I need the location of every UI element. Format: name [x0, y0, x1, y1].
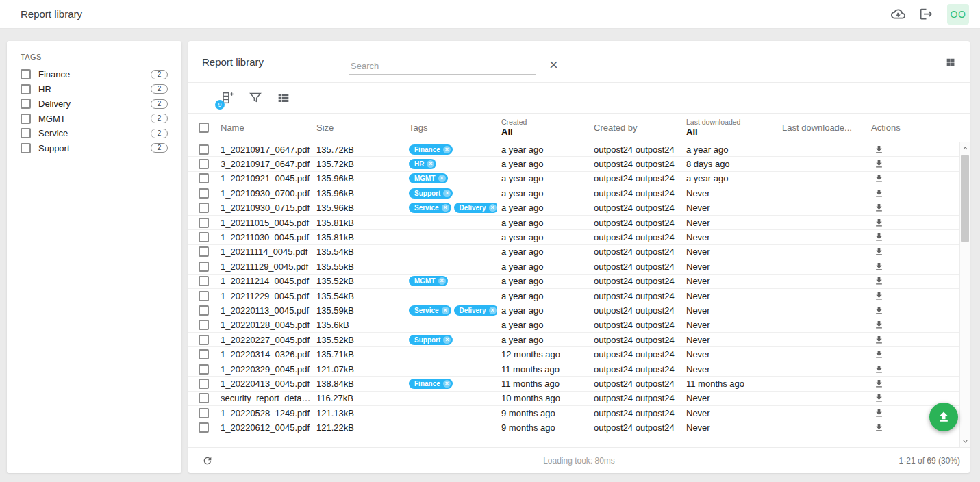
col-filter-created[interactable]: All [501, 127, 589, 138]
tag-checkbox[interactable] [21, 69, 31, 79]
sidebar-tag-item[interactable]: MGMT 2 [21, 112, 168, 127]
download-icon[interactable] [874, 349, 884, 359]
tag-remove-icon[interactable]: × [442, 204, 449, 212]
tag-remove-icon[interactable]: × [443, 190, 451, 197]
scrollbar-thumb[interactable] [961, 155, 969, 242]
row-checkbox[interactable] [199, 364, 209, 375]
tag-checkbox[interactable] [21, 99, 31, 109]
download-icon[interactable] [874, 188, 884, 199]
col-header-created-by[interactable]: Created by [589, 123, 681, 133]
vertical-scrollbar[interactable] [959, 142, 970, 447]
download-icon[interactable] [874, 232, 884, 242]
download-icon[interactable] [874, 159, 884, 169]
col-header-tags[interactable]: Tags [404, 123, 497, 133]
file-tag-pill[interactable]: Delivery× [454, 305, 497, 316]
col-header-name[interactable]: Name [216, 123, 312, 133]
tag-checkbox[interactable] [21, 128, 31, 138]
tag-remove-icon[interactable]: × [443, 336, 451, 344]
sidebar-tag-item[interactable]: Finance 2 [21, 67, 168, 82]
row-checkbox[interactable] [199, 262, 209, 272]
sidebar-tag-item[interactable]: Service 2 [21, 126, 168, 141]
tag-remove-icon[interactable]: × [442, 307, 449, 314]
col-header-last-downloaded[interactable]: Last downloaded All [681, 118, 777, 138]
download-icon[interactable] [874, 408, 884, 418]
row-checkbox[interactable] [199, 408, 209, 418]
tag-remove-icon[interactable]: × [443, 146, 451, 153]
download-icon[interactable] [874, 291, 884, 301]
file-tag-pill[interactable]: Support× [409, 335, 453, 345]
tag-checkbox[interactable] [21, 84, 31, 94]
row-checkbox[interactable] [199, 349, 209, 359]
download-icon[interactable] [874, 364, 884, 375]
col-header-size[interactable]: Size [312, 123, 404, 133]
filter-icon[interactable] [248, 90, 263, 105]
col-filter-last-downloaded[interactable]: All [686, 127, 777, 138]
tag-remove-icon[interactable]: × [438, 277, 446, 285]
tag-remove-icon[interactable]: × [427, 160, 434, 168]
download-icon[interactable] [874, 422, 884, 433]
select-all-checkbox[interactable] [199, 123, 209, 133]
row-checkbox[interactable] [199, 320, 209, 330]
download-icon[interactable] [874, 379, 884, 389]
row-checkbox[interactable] [199, 393, 209, 403]
file-size: 135.81kB [312, 218, 404, 228]
download-icon[interactable] [874, 335, 884, 345]
file-tag-pill[interactable]: MGMT× [409, 173, 448, 183]
file-tag-pill[interactable]: Service× [409, 203, 451, 213]
download-icon[interactable] [874, 393, 884, 403]
row-checkbox[interactable] [199, 335, 209, 345]
refresh-icon[interactable] [202, 455, 213, 466]
tag-checkbox[interactable] [21, 114, 31, 124]
file-tag-pill[interactable]: Support× [409, 188, 453, 199]
file-tag-pill[interactable]: Service× [409, 305, 451, 316]
download-icon[interactable] [874, 218, 884, 228]
row-checkbox[interactable] [199, 379, 209, 389]
col-header-last-downloaded-2[interactable]: Last downloade... [777, 123, 866, 133]
tag-checkbox[interactable] [21, 143, 31, 153]
download-icon[interactable] [874, 262, 884, 272]
upload-fab[interactable] [929, 403, 958, 431]
columns-icon[interactable]: 9 [220, 90, 235, 105]
row-checkbox[interactable] [199, 246, 209, 257]
row-checkbox[interactable] [199, 203, 209, 213]
row-checkbox[interactable] [199, 188, 209, 199]
row-checkbox[interactable] [199, 144, 209, 155]
col-header-created[interactable]: Created All [497, 118, 589, 138]
row-checkbox[interactable] [199, 232, 209, 242]
file-tag-pill[interactable]: Delivery× [454, 203, 497, 213]
download-icon[interactable] [874, 173, 884, 183]
row-checkbox[interactable] [199, 422, 209, 433]
download-icon[interactable] [874, 305, 884, 316]
download-icon[interactable] [874, 203, 884, 213]
file-tag-pill[interactable]: MGMT× [409, 276, 448, 286]
search-input[interactable] [349, 58, 536, 75]
scroll-up-icon[interactable] [960, 144, 970, 153]
file-tag-pill[interactable]: Finance× [409, 379, 453, 389]
sidebar-tag-item[interactable]: HR 2 [21, 82, 168, 97]
row-checkbox[interactable] [199, 218, 209, 228]
download-icon[interactable] [874, 276, 884, 286]
row-checkbox[interactable] [199, 305, 209, 316]
tag-remove-icon[interactable]: × [443, 380, 451, 388]
scroll-down-icon[interactable] [960, 437, 970, 446]
file-tag-pill[interactable]: HR× [409, 159, 436, 169]
row-checkbox[interactable] [199, 159, 209, 169]
sidebar-tag-item[interactable]: Support 2 [21, 141, 168, 156]
cloud-download-icon[interactable] [891, 7, 905, 21]
avatar[interactable]: OO [947, 4, 969, 25]
download-icon[interactable] [874, 246, 884, 257]
row-checkbox[interactable] [199, 276, 209, 286]
grid-view-icon[interactable] [945, 57, 956, 71]
tag-remove-icon[interactable]: × [489, 204, 497, 212]
sidebar-tag-item[interactable]: Delivery 2 [21, 97, 168, 112]
row-checkbox[interactable] [199, 291, 209, 301]
logout-icon[interactable] [919, 7, 933, 21]
file-tag-pill[interactable]: Finance× [409, 144, 453, 155]
tag-remove-icon[interactable]: × [489, 307, 497, 314]
list-view-icon[interactable] [276, 90, 291, 105]
row-checkbox[interactable] [199, 173, 209, 183]
download-icon[interactable] [874, 144, 884, 155]
tag-remove-icon[interactable]: × [438, 175, 446, 182]
download-icon[interactable] [874, 320, 884, 330]
clear-search-icon[interactable]: × [549, 58, 558, 75]
